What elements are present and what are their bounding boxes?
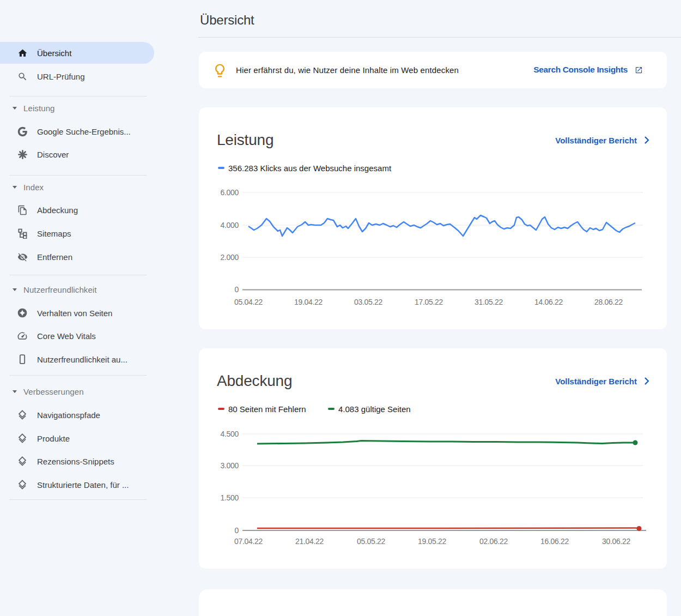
svg-text:07.04.22: 07.04.22 <box>234 537 263 546</box>
svg-text:21.04.22: 21.04.22 <box>295 537 324 546</box>
svg-text:05.05.22: 05.05.22 <box>357 537 386 546</box>
svg-text:28.06.22: 28.06.22 <box>594 298 623 306</box>
svg-text:19.04.22: 19.04.22 <box>294 298 323 306</box>
svg-text:16.06.22: 16.06.22 <box>540 537 569 546</box>
svg-text:30.06.22: 30.06.22 <box>602 537 631 546</box>
svg-text:0: 0 <box>235 526 239 535</box>
svg-text:05.04.22: 05.04.22 <box>234 298 263 306</box>
svg-text:02.06.22: 02.06.22 <box>479 537 508 546</box>
svg-text:19.05.22: 19.05.22 <box>418 537 447 546</box>
svg-text:3.000: 3.000 <box>220 461 239 470</box>
svg-text:17.05.22: 17.05.22 <box>415 298 443 306</box>
svg-text:14.06.22: 14.06.22 <box>534 298 563 306</box>
svg-text:6.000: 6.000 <box>220 188 239 197</box>
svg-text:1.500: 1.500 <box>220 493 239 502</box>
svg-text:31.05.22: 31.05.22 <box>475 298 503 306</box>
svg-text:0: 0 <box>235 285 239 294</box>
svg-text:03.05.22: 03.05.22 <box>354 298 383 306</box>
svg-text:4.500: 4.500 <box>220 430 239 438</box>
svg-text:4.000: 4.000 <box>220 221 239 230</box>
svg-text:2.000: 2.000 <box>220 253 239 262</box>
